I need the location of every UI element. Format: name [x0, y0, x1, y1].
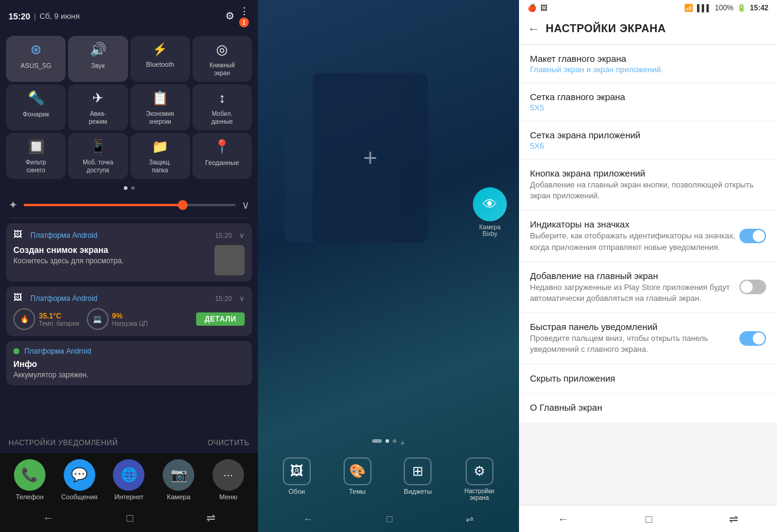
app-menu[interactable]: ⋯ Меню: [205, 459, 252, 500]
tile-wifi[interactable]: ⊛ ASUS_5G: [6, 36, 66, 82]
tile-mobile-data-label: Мобил.данные: [211, 110, 232, 126]
messages-label: Сообщения: [61, 493, 98, 500]
tile-power-save-label: Экономияэнергии: [146, 110, 174, 126]
back-button[interactable]: ←: [42, 511, 53, 525]
app-messages[interactable]: 💬 Сообщения: [56, 459, 103, 500]
tile-blue-filter[interactable]: 🔲 Фильтрсинего: [6, 133, 66, 179]
tile-mobile-data[interactable]: ↕ Мобил.данные: [192, 84, 252, 130]
settings-back-nav-button[interactable]: ←: [558, 513, 569, 526]
tile-power-save[interactable]: 📋 Экономияэнергии: [131, 84, 190, 130]
quick-panel-toggle[interactable]: [739, 331, 766, 346]
chevron-down-icon[interactable]: ∨: [242, 198, 249, 212]
settings-recents-nav-button[interactable]: ⇌: [729, 513, 738, 526]
add-to-home-toggle[interactable]: [739, 280, 766, 294]
settings-back-button[interactable]: ←: [528, 22, 540, 36]
settings-apps-button[interactable]: Кнопка экрана приложений Добавление на г…: [519, 160, 777, 210]
bixby-camera-widget[interactable]: 👁 КамераBixby: [473, 187, 507, 237]
cpu-label: Нагрузка ЦП: [112, 320, 148, 327]
dock-themes[interactable]: 🎨 Темы: [344, 457, 372, 501]
temp-icon: 🔥: [13, 308, 35, 330]
tile-reading[interactable]: ◎ Книжныйэкран: [192, 36, 252, 82]
settings-add-to-home[interactable]: Добавление на главный экран Недавно загр…: [519, 262, 777, 313]
reading-icon: ◎: [216, 42, 228, 58]
notification-settings-button[interactable]: НАСТРОЙКИ УВЕДОМЛЕНИЙ: [8, 439, 118, 447]
settings-home-nav-button[interactable]: □: [646, 513, 653, 526]
settings-home-layout[interactable]: Макет главного экрана Главный экран и эк…: [519, 45, 777, 83]
signal-status-icon: ▌▌▌: [697, 4, 711, 12]
tile-airplane-label: Авиа-режим: [89, 110, 107, 126]
notif-body-wrap: Создан снимок экрана Коснитесь здесь для…: [13, 245, 245, 275]
settings-home-grid[interactable]: Сетка главного экрана 5X5: [519, 83, 777, 121]
tile-blue-filter-label: Фильтрсинего: [25, 158, 46, 174]
home-home-button[interactable]: □: [387, 513, 393, 525]
page-title: НАСТРОЙКИ ЭКРАНА: [546, 22, 666, 35]
settings-list: Макет главного экрана Главный экран и эк…: [519, 45, 777, 505]
menu-icon[interactable]: ⋮: [239, 5, 249, 17]
settings-header: ← НАСТРОЙКИ ЭКРАНА: [519, 16, 777, 45]
notification-item[interactable]: 🖼 Платформа Android 15:20 ∨ Создан снимо…: [6, 223, 252, 281]
tile-geodata[interactable]: 📍 Геоданные: [192, 133, 252, 179]
green-dot-icon: [13, 348, 19, 354]
recents-button[interactable]: ⇌: [206, 511, 215, 525]
messages-icon: 💬: [64, 459, 95, 491]
home-nav-bar: ← □ ⇌: [266, 508, 511, 528]
settings-item-content: Сетка главного экрана 5X5: [530, 92, 766, 112]
settings-quick-panel[interactable]: Быстрая панель уведомлений Проведите пал…: [519, 313, 777, 364]
settings-item-title: Кнопка экрана приложений: [530, 168, 766, 178]
tile-airplane[interactable]: ✈ Авиа-режим: [68, 84, 127, 130]
slider-thumb: [178, 200, 188, 210]
settings-item-sub: Выберите, как отображать идентификаторы …: [530, 231, 739, 252]
settings-nav-bar: ← □ ⇌: [519, 505, 777, 532]
tile-flashlight[interactable]: 🔦 Фонарик: [6, 84, 66, 130]
home-recents-button[interactable]: ⇌: [466, 513, 473, 525]
apple-icon: 🍎: [528, 4, 537, 12]
toggle-thumb: [753, 230, 765, 242]
settings-apps-grid[interactable]: Сетка экрана приложений 5X6: [519, 121, 777, 160]
settings-item-content: Кнопка экрана приложений Добавление на г…: [530, 168, 766, 201]
internet-icon: 🌐: [113, 459, 144, 491]
settings-panel: 🍎 🖼 📶 ▌▌▌ 100% 🔋 15:42 ← НАСТРОЙКИ ЭКРАН…: [519, 0, 777, 532]
android-icon: 🖼: [13, 292, 25, 305]
gear-icon[interactable]: ⚙: [225, 10, 234, 22]
android-info-body: Аккумулятор заряжен.: [13, 371, 245, 379]
notif-time: 15:20: [215, 232, 232, 239]
settings-item-sub: Главный экран и экран приложений.: [530, 65, 766, 74]
android-info-app-name: Платформа Android: [24, 347, 91, 355]
app-phone[interactable]: 📞 Телефон: [6, 459, 53, 500]
brightness-slider[interactable]: [24, 204, 236, 206]
tile-sound[interactable]: 🔊 Звук: [68, 36, 127, 82]
tile-bluetooth[interactable]: ⚡ Bluetooth: [131, 36, 190, 82]
add-dot-icon[interactable]: +: [400, 438, 405, 448]
settings-hide-apps[interactable]: Скрыть приложения: [519, 365, 777, 394]
tile-reading-label: Книжныйэкран: [209, 61, 235, 77]
settings-item-sub: Добавление на главный экран кнопки, позв…: [530, 180, 766, 201]
settings-badge-indicators[interactable]: Индикаторы на значках Выберите, как отоб…: [519, 210, 777, 261]
battery-status: 100%: [715, 4, 734, 12]
dock-widgets[interactable]: ⊞ Виджеты: [404, 457, 432, 501]
app-internet[interactable]: 🌐 Интернет: [106, 459, 153, 500]
battery-notif-header: 🖼 Платформа Android 15:20 ∨: [13, 292, 245, 305]
home-card-front[interactable]: +: [313, 73, 428, 243]
android-info-notification[interactable]: Платформа Android Инфо Аккумулятор заряж…: [6, 341, 252, 385]
cpu-item: 💻 9% Нагрузка ЦП: [87, 308, 148, 330]
badge-indicators-toggle[interactable]: [739, 229, 766, 243]
settings-item-content: О Главный экран: [530, 402, 766, 414]
home-button[interactable]: □: [127, 511, 134, 525]
settings-about-home[interactable]: О Главный экран: [519, 394, 777, 423]
dock-wallpaper[interactable]: 🖼 Обои: [283, 457, 311, 501]
tile-hotspot[interactable]: 📱 Моб. точкадоступа: [68, 133, 127, 179]
settings-item-title: Индикаторы на значках: [530, 219, 739, 229]
bixby-circle-icon: 👁: [473, 187, 507, 221]
details-button[interactable]: ДЕТАЛИ: [196, 312, 245, 326]
battery-expand-icon[interactable]: ∨: [239, 294, 245, 303]
app-camera[interactable]: 📷 Камера: [155, 459, 202, 500]
battery-notification[interactable]: 🖼 Платформа Android 15:20 ∨ 🔥 35.1°С Тем…: [6, 286, 252, 336]
home-back-button[interactable]: ←: [304, 513, 313, 525]
notification-badge: 1: [239, 18, 249, 27]
notif-expand-icon[interactable]: ∨: [239, 231, 245, 240]
home-page-dots: +: [258, 434, 519, 453]
dock-screen-settings[interactable]: ⚙ Настройкиэкрана: [464, 457, 494, 501]
notif-app-name: Платформа Android: [30, 231, 97, 240]
clear-notifications-button[interactable]: ОЧИСТИТЬ: [208, 439, 249, 447]
tile-secure-folder[interactable]: 📁 Защищ.папка: [131, 133, 190, 179]
